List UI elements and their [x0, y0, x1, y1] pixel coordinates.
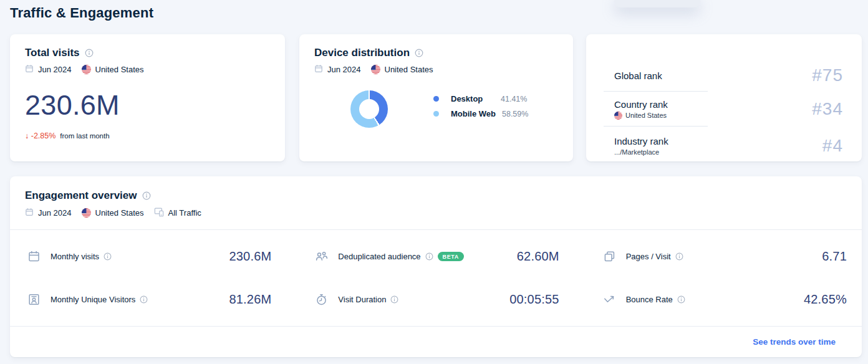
all-traffic-icon — [154, 207, 164, 219]
metric-pages-per-visit: Pages / Visit 6.71 — [603, 235, 847, 278]
traffic-label: All Traffic — [168, 208, 201, 218]
metric-label: Bounce Rate — [626, 295, 673, 304]
legend-value: 41.41% — [501, 95, 527, 103]
industry-rank-row: Industry rank .../Marketplace #4 — [604, 127, 843, 165]
info-icon[interactable] — [85, 49, 94, 57]
engagement-overview-card: Engagement overview Jun 2024 United Stat… — [10, 176, 862, 357]
device-distribution-card: Device distribution Jun 2024 United Stat… — [299, 34, 573, 161]
metric-value: 81.26M — [229, 292, 271, 307]
total-visits-title: Total visits — [25, 47, 80, 59]
metric-label: Visit Duration — [338, 295, 386, 304]
date-label: Jun 2024 — [327, 65, 361, 74]
legend-value: 58.59% — [502, 110, 528, 118]
metric-monthly-visits: Monthly visits 230.6M — [27, 235, 271, 278]
audience-icon — [315, 250, 328, 263]
metric-label: Pages / Visit — [626, 252, 671, 261]
device-distribution-legend: Desktop 41.41% Mobile Web 58.59% — [433, 94, 528, 118]
calendar-icon — [27, 250, 41, 263]
mobile-web-dot-icon — [433, 111, 439, 117]
info-icon[interactable] — [142, 191, 151, 200]
calendar-icon — [314, 64, 323, 75]
change-percent: ↓ -2.85% — [25, 132, 55, 140]
global-rank-row: Global rank #75 — [604, 59, 843, 92]
metric-label: Deduplicated audience — [338, 252, 420, 261]
country-rank-sub: United States — [625, 112, 667, 119]
device-distribution-donut — [350, 90, 388, 128]
see-trends-link[interactable]: See trends over time — [753, 337, 836, 347]
country-rank-value: #34 — [812, 99, 843, 119]
industry-rank-sub: .../Marketplace — [614, 148, 659, 156]
ranks-card: Global rank #75 Country rank United Stat… — [586, 34, 862, 161]
top-edge-element — [614, 0, 700, 7]
legend-item-desktop: Desktop 41.41% — [433, 94, 528, 103]
metric-label: Monthly visits — [51, 252, 99, 261]
metric-bounce-rate: Bounce Rate 42.65% — [603, 278, 847, 321]
country-label: United States — [95, 65, 144, 74]
engagement-metrics: Monthly visits 230.6M Deduplicated audie… — [10, 230, 862, 321]
metric-value: 230.6M — [229, 249, 271, 264]
industry-rank-value: #4 — [822, 136, 843, 156]
change-note: from last month — [60, 132, 109, 140]
metric-value: 62.60M — [517, 249, 559, 264]
industry-rank-label: Industry rank — [614, 136, 668, 146]
beta-badge: BETA — [438, 252, 464, 261]
page-title: Traffic & Engagement — [10, 5, 153, 21]
metric-value: 00:05:55 — [509, 292, 559, 307]
metric-deduplicated-audience: Deduplicated audience BETA 62.60M — [315, 235, 559, 278]
us-flag-icon — [82, 208, 91, 218]
country-label: United States — [385, 65, 433, 74]
info-icon[interactable] — [675, 252, 683, 261]
legend-label: Desktop — [451, 94, 494, 103]
bounce-arrow-icon — [603, 293, 616, 306]
stopwatch-icon — [315, 293, 328, 306]
desktop-dot-icon — [433, 96, 439, 102]
metric-value: 6.71 — [822, 249, 847, 264]
info-icon[interactable] — [390, 295, 398, 304]
metric-value: 42.65% — [804, 292, 847, 307]
unique-visitor-icon — [27, 293, 41, 306]
engagement-overview-title: Engagement overview — [25, 189, 137, 202]
calendar-icon — [25, 64, 34, 75]
global-rank-label: Global rank — [614, 70, 662, 81]
country-rank-row: Country rank United States #34 — [604, 92, 843, 127]
country-label: United States — [95, 208, 144, 218]
pages-icon — [603, 250, 616, 263]
us-flag-icon — [614, 112, 622, 120]
info-icon[interactable] — [140, 295, 148, 304]
date-label: Jun 2024 — [38, 65, 72, 74]
country-rank-label: Country rank — [614, 99, 668, 110]
metric-label: Monthly Unique Visitors — [51, 295, 135, 304]
us-flag-icon — [371, 65, 380, 74]
metric-visit-duration: Visit Duration 00:05:55 — [315, 278, 559, 321]
date-label: Jun 2024 — [38, 208, 72, 218]
legend-item-mobile-web: Mobile Web 58.59% — [433, 109, 528, 118]
info-icon[interactable] — [415, 49, 423, 57]
info-icon[interactable] — [104, 252, 112, 261]
info-icon[interactable] — [677, 295, 685, 304]
down-arrow-icon: ↓ — [25, 132, 31, 140]
metric-monthly-unique-visitors: Monthly Unique Visitors 81.26M — [27, 278, 271, 321]
traffic-engagement-dashboard: Traffic & Engagement Total visits Jun 20… — [0, 0, 868, 364]
info-icon[interactable] — [425, 252, 433, 261]
total-visits-card: Total visits Jun 2024 United States 230.… — [10, 34, 285, 161]
us-flag-icon — [82, 65, 91, 74]
legend-label: Mobile Web — [451, 109, 496, 118]
calendar-icon — [25, 208, 34, 218]
device-distribution-title: Device distribution — [314, 47, 410, 59]
global-rank-value: #75 — [812, 65, 843, 85]
total-visits-value: 230.6M — [25, 88, 120, 123]
